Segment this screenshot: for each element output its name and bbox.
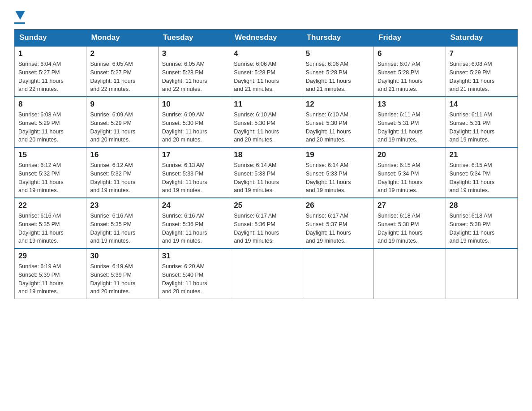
calendar-cell (302, 248, 373, 299)
day-info: Sunrise: 6:05 AMSunset: 5:28 PMDaylight:… (162, 60, 226, 94)
weekday-header-sunday: Sunday (15, 30, 86, 47)
svg-marker-0 (15, 11, 25, 20)
day-number: 24 (162, 201, 226, 210)
day-number: 5 (306, 49, 370, 58)
calendar-cell: 18 Sunrise: 6:14 AMSunset: 5:33 PMDaylig… (230, 147, 302, 198)
calendar-cell: 30 Sunrise: 6:19 AMSunset: 5:39 PMDaylig… (86, 248, 158, 299)
calendar-table: SundayMondayTuesdayWednesdayThursdayFrid… (14, 29, 518, 299)
week-row-3: 15 Sunrise: 6:12 AMSunset: 5:32 PMDaylig… (15, 147, 518, 198)
calendar-cell: 1 Sunrise: 6:04 AMSunset: 5:27 PMDayligh… (15, 46, 86, 97)
day-number: 18 (234, 150, 298, 159)
calendar-cell: 29 Sunrise: 6:19 AMSunset: 5:39 PMDaylig… (15, 248, 86, 299)
logo-triangle-icon (15, 11, 25, 20)
day-number: 29 (18, 252, 82, 261)
day-number: 26 (306, 201, 370, 210)
day-info: Sunrise: 6:08 AMSunset: 5:29 PMDaylight:… (450, 60, 514, 94)
calendar-cell: 9 Sunrise: 6:09 AMSunset: 5:29 PMDayligh… (86, 97, 158, 147)
calendar-cell: 27 Sunrise: 6:18 AMSunset: 5:38 PMDaylig… (374, 198, 446, 248)
day-info: Sunrise: 6:15 AMSunset: 5:34 PMDaylight:… (378, 161, 442, 195)
calendar-cell: 26 Sunrise: 6:17 AMSunset: 5:37 PMDaylig… (302, 198, 373, 248)
day-number: 6 (378, 49, 442, 58)
day-number: 7 (450, 49, 514, 58)
calendar-cell: 8 Sunrise: 6:08 AMSunset: 5:29 PMDayligh… (15, 97, 86, 147)
day-info: Sunrise: 6:10 AMSunset: 5:30 PMDaylight:… (306, 111, 370, 144)
day-number: 12 (306, 100, 370, 109)
weekday-header-monday: Monday (86, 30, 158, 47)
calendar-cell: 19 Sunrise: 6:14 AMSunset: 5:33 PMDaylig… (302, 147, 373, 198)
day-number: 23 (90, 201, 154, 210)
day-number: 30 (90, 252, 154, 261)
day-number: 4 (234, 49, 298, 58)
day-number: 31 (162, 252, 226, 261)
calendar-cell: 17 Sunrise: 6:13 AMSunset: 5:33 PMDaylig… (158, 147, 230, 198)
calendar-cell: 23 Sunrise: 6:16 AMSunset: 5:35 PMDaylig… (86, 198, 158, 248)
day-number: 11 (234, 100, 298, 109)
calendar-cell: 14 Sunrise: 6:11 AMSunset: 5:31 PMDaylig… (446, 97, 517, 147)
day-number: 17 (162, 150, 226, 159)
calendar-cell: 13 Sunrise: 6:11 AMSunset: 5:31 PMDaylig… (374, 97, 446, 147)
weekday-header-wednesday: Wednesday (230, 30, 302, 47)
calendar-cell: 16 Sunrise: 6:12 AMSunset: 5:32 PMDaylig… (86, 147, 158, 198)
calendar-cell: 11 Sunrise: 6:10 AMSunset: 5:30 PMDaylig… (230, 97, 302, 147)
day-number: 16 (90, 150, 154, 159)
weekday-header-saturday: Saturday (446, 30, 517, 47)
day-number: 20 (378, 150, 442, 159)
calendar-cell (446, 248, 517, 299)
day-number: 14 (450, 100, 514, 109)
day-info: Sunrise: 6:16 AMSunset: 5:35 PMDaylight:… (18, 212, 82, 245)
weekday-header-tuesday: Tuesday (158, 30, 230, 47)
day-number: 2 (90, 49, 154, 58)
day-info: Sunrise: 6:19 AMSunset: 5:39 PMDaylight:… (90, 262, 154, 296)
logo-underline (14, 22, 25, 24)
day-number: 13 (378, 100, 442, 109)
calendar-cell: 6 Sunrise: 6:07 AMSunset: 5:28 PMDayligh… (374, 46, 446, 97)
logo (14, 11, 25, 24)
weekday-header-row: SundayMondayTuesdayWednesdayThursdayFrid… (15, 30, 518, 47)
day-info: Sunrise: 6:20 AMSunset: 5:40 PMDaylight:… (162, 262, 226, 296)
calendar-cell: 31 Sunrise: 6:20 AMSunset: 5:40 PMDaylig… (158, 248, 230, 299)
week-row-5: 29 Sunrise: 6:19 AMSunset: 5:39 PMDaylig… (15, 248, 518, 299)
day-info: Sunrise: 6:11 AMSunset: 5:31 PMDaylight:… (450, 111, 514, 144)
day-info: Sunrise: 6:12 AMSunset: 5:32 PMDaylight:… (90, 161, 154, 195)
calendar-cell: 15 Sunrise: 6:12 AMSunset: 5:32 PMDaylig… (15, 147, 86, 198)
day-number: 25 (234, 201, 298, 210)
day-info: Sunrise: 6:06 AMSunset: 5:28 PMDaylight:… (234, 60, 298, 94)
day-number: 9 (90, 100, 154, 109)
day-info: Sunrise: 6:09 AMSunset: 5:29 PMDaylight:… (90, 111, 154, 144)
day-info: Sunrise: 6:06 AMSunset: 5:28 PMDaylight:… (306, 60, 370, 94)
day-info: Sunrise: 6:18 AMSunset: 5:38 PMDaylight:… (450, 212, 514, 245)
calendar-cell: 22 Sunrise: 6:16 AMSunset: 5:35 PMDaylig… (15, 198, 86, 248)
week-row-1: 1 Sunrise: 6:04 AMSunset: 5:27 PMDayligh… (15, 46, 518, 97)
day-info: Sunrise: 6:07 AMSunset: 5:28 PMDaylight:… (378, 60, 442, 94)
calendar-cell: 2 Sunrise: 6:05 AMSunset: 5:27 PMDayligh… (86, 46, 158, 97)
calendar-cell (230, 248, 302, 299)
calendar-cell: 20 Sunrise: 6:15 AMSunset: 5:34 PMDaylig… (374, 147, 446, 198)
page-header (14, 11, 518, 24)
day-info: Sunrise: 6:09 AMSunset: 5:30 PMDaylight:… (162, 111, 226, 144)
calendar-cell: 3 Sunrise: 6:05 AMSunset: 5:28 PMDayligh… (158, 46, 230, 97)
day-info: Sunrise: 6:11 AMSunset: 5:31 PMDaylight:… (378, 111, 442, 144)
day-number: 27 (378, 201, 442, 210)
day-info: Sunrise: 6:13 AMSunset: 5:33 PMDaylight:… (162, 161, 226, 195)
day-number: 3 (162, 49, 226, 58)
day-info: Sunrise: 6:12 AMSunset: 5:32 PMDaylight:… (18, 161, 82, 195)
calendar-cell: 5 Sunrise: 6:06 AMSunset: 5:28 PMDayligh… (302, 46, 373, 97)
day-number: 10 (162, 100, 226, 109)
day-info: Sunrise: 6:05 AMSunset: 5:27 PMDaylight:… (90, 60, 154, 94)
day-info: Sunrise: 6:17 AMSunset: 5:36 PMDaylight:… (234, 212, 298, 245)
day-info: Sunrise: 6:10 AMSunset: 5:30 PMDaylight:… (234, 111, 298, 144)
week-row-4: 22 Sunrise: 6:16 AMSunset: 5:35 PMDaylig… (15, 198, 518, 248)
day-info: Sunrise: 6:15 AMSunset: 5:34 PMDaylight:… (450, 161, 514, 195)
day-info: Sunrise: 6:17 AMSunset: 5:37 PMDaylight:… (306, 212, 370, 245)
day-info: Sunrise: 6:18 AMSunset: 5:38 PMDaylight:… (378, 212, 442, 245)
calendar-cell: 4 Sunrise: 6:06 AMSunset: 5:28 PMDayligh… (230, 46, 302, 97)
weekday-header-thursday: Thursday (302, 30, 373, 47)
calendar-cell: 12 Sunrise: 6:10 AMSunset: 5:30 PMDaylig… (302, 97, 373, 147)
day-number: 15 (18, 150, 82, 159)
day-info: Sunrise: 6:16 AMSunset: 5:36 PMDaylight:… (162, 212, 226, 245)
calendar-cell (374, 248, 446, 299)
day-info: Sunrise: 6:16 AMSunset: 5:35 PMDaylight:… (90, 212, 154, 245)
week-row-2: 8 Sunrise: 6:08 AMSunset: 5:29 PMDayligh… (15, 97, 518, 147)
calendar-cell: 25 Sunrise: 6:17 AMSunset: 5:36 PMDaylig… (230, 198, 302, 248)
day-info: Sunrise: 6:04 AMSunset: 5:27 PMDaylight:… (18, 60, 82, 94)
